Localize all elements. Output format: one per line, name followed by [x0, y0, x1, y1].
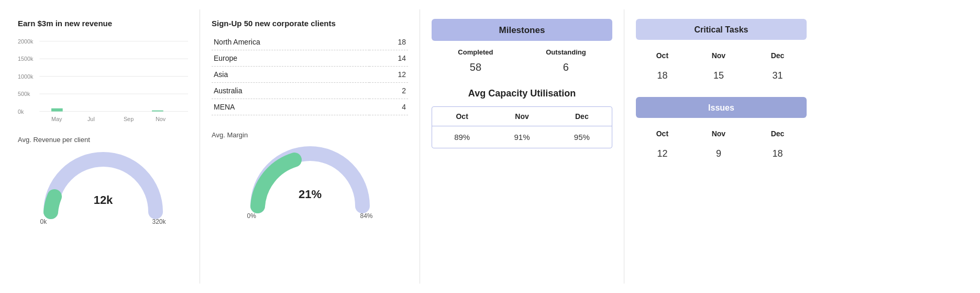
region-name: North America [212, 34, 369, 50]
bar-nov [152, 111, 163, 112]
clients-title: Sign-Up 50 new corporate clients [212, 19, 408, 28]
revenue-title: Earn $3m in new revenue [18, 19, 188, 28]
revenue-gauge-labels: 0k 320k [40, 218, 166, 225]
x-label-sep: Sep [124, 116, 134, 122]
capacity-values-row: 89% 91% 95% [432, 126, 612, 148]
y-label-2000k: 2000k [18, 38, 34, 45]
outstanding-value: 6 [546, 61, 586, 73]
tasks-nov: 15 [689, 64, 748, 88]
y-label-1000k: 1000k [18, 73, 34, 80]
tasks-table: Oct Nov Dec 18 15 31 [636, 47, 807, 88]
region-value: 14 [369, 50, 408, 67]
revenue-gauge-min: 0k [40, 218, 47, 225]
revenue-gauge-max: 320k [152, 218, 166, 225]
tasks-dec: 31 [748, 64, 807, 88]
revenue-gauge-svg: 12k [40, 149, 166, 217]
revenue-gauge: 12k 0k 320k [40, 149, 166, 225]
x-label-nov: Nov [156, 116, 166, 122]
issues-oct: 12 [636, 142, 689, 166]
y-label-500k: 500k [18, 91, 30, 97]
capacity-section: Avg Capacity Utilisation Oct Nov Dec 89%… [432, 88, 612, 148]
tasks-header: Critical Tasks [636, 19, 807, 40]
region-name: MENA [212, 99, 369, 115]
outstanding-col: Outstanding 6 [546, 48, 586, 73]
table-row: Australia 2 [212, 83, 408, 99]
completed-header: Completed [458, 48, 493, 56]
milestones-panel: Milestones Completed 58 Outstanding 6 Av… [420, 9, 624, 284]
x-label-jul: Jul [87, 116, 95, 122]
bar-chart-svg: 2000k 1500k 1000k 500k 0k May Jul [18, 34, 188, 128]
tasks-oct: 18 [636, 64, 689, 88]
revenue-gauge-section: Avg. Revenue per client 12k 0k 320k [18, 136, 188, 225]
issues-col-nov: Nov [689, 125, 748, 142]
clients-table: North America 18 Europe 14 Asia 12 Austr… [212, 34, 408, 115]
issues-col-dec: Dec [748, 125, 807, 142]
milestones-stats: Completed 58 Outstanding 6 [432, 48, 612, 73]
tasks-col-nov: Nov [689, 47, 748, 64]
issues-nov: 9 [689, 142, 748, 166]
revenue-gauge-value: 12k [93, 193, 113, 207]
y-label-0k: 0k [18, 108, 24, 115]
issues-col-oct: Oct [636, 125, 689, 142]
completed-col: Completed 58 [458, 48, 493, 73]
table-row: MENA 4 [212, 99, 408, 115]
region-name: Europe [212, 50, 369, 67]
y-label-1500k: 1500k [18, 56, 34, 62]
table-row: North America 18 [212, 34, 408, 50]
capacity-nov: 91% [492, 126, 552, 148]
x-label-may: May [51, 116, 62, 122]
revenue-panel: Earn $3m in new revenue 2000k 1500k 1000… [6, 9, 200, 284]
capacity-title: Avg Capacity Utilisation [432, 88, 612, 99]
region-name: Asia [212, 67, 369, 83]
margin-gauge-value: 21% [298, 188, 321, 201]
capacity-oct: 89% [432, 126, 492, 148]
tasks-panel: Critical Tasks Oct Nov Dec 18 15 31 Issu… [624, 9, 818, 284]
dashboard: Earn $3m in new revenue 2000k 1500k 1000… [0, 0, 980, 293]
tasks-col-oct: Oct [636, 47, 689, 64]
clients-panel: Sign-Up 50 new corporate clients North A… [200, 9, 420, 284]
bar-may [51, 108, 63, 112]
table-row: Asia 12 [212, 67, 408, 83]
margin-label: Avg. Margin [212, 131, 408, 139]
issues-table: Oct Nov Dec 12 9 18 [636, 125, 807, 166]
milestones-header: Milestones [432, 19, 612, 41]
margin-gauge-max: 84% [360, 212, 372, 220]
revenue-bar-chart: 2000k 1500k 1000k 500k 0k May Jul [18, 34, 188, 128]
issues-header: Issues [636, 97, 807, 118]
region-name: Australia [212, 83, 369, 99]
issues-dec: 18 [748, 142, 807, 166]
region-value: 4 [369, 99, 408, 115]
region-value: 18 [369, 34, 408, 50]
outstanding-header: Outstanding [546, 48, 586, 56]
completed-value: 58 [458, 61, 493, 73]
tasks-values-row: 18 15 31 [636, 64, 807, 88]
capacity-col-dec: Dec [552, 107, 612, 126]
capacity-dec: 95% [552, 126, 612, 148]
margin-gauge-svg: 21% [247, 143, 373, 211]
table-row: Europe 14 [212, 50, 408, 67]
capacity-col-nov: Nov [492, 107, 552, 126]
revenue-gauge-label: Avg. Revenue per client [18, 136, 188, 144]
margin-gauge-min: 0% [247, 212, 256, 220]
capacity-table: Oct Nov Dec 89% 91% 95% [432, 106, 612, 148]
margin-gauge: 21% 0% 84% [247, 143, 373, 220]
capacity-col-oct: Oct [432, 107, 492, 126]
margin-gauge-labels: 0% 84% [247, 212, 373, 220]
region-value: 2 [369, 83, 408, 99]
tasks-col-dec: Dec [748, 47, 807, 64]
issues-values-row: 12 9 18 [636, 142, 807, 166]
region-value: 12 [369, 67, 408, 83]
